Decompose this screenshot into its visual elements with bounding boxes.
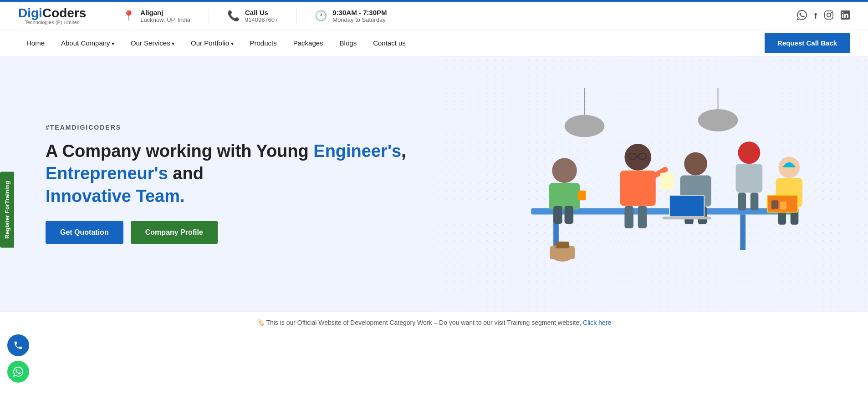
team-illustration (492, 88, 811, 279)
info-bar: 📍 Aliganj Lucknow, UP, India 📞 Call Us 9… (123, 9, 779, 23)
company-profile-button[interactable]: Company Profile (131, 221, 218, 244)
svg-rect-14 (556, 242, 569, 248)
svg-rect-47 (771, 200, 778, 209)
nav-about[interactable]: About Company (53, 30, 123, 56)
hero-hashtag: #TEAMDIGICODERS (46, 124, 407, 131)
sidebar-left: Register ForTraining (0, 172, 14, 247)
clock-icon: 🕐 (315, 10, 327, 22)
nav-portfolio[interactable]: Our Portfolio (183, 30, 242, 56)
logo-text: DigiCoders (18, 7, 86, 20)
hours-info: 🕐 9:30AM - 7:30PM Monday to Saturday (315, 9, 405, 23)
footer-link[interactable]: Click here (583, 319, 611, 326)
hero-title-and: and (168, 164, 204, 183)
nav-services[interactable]: Our Services (123, 30, 183, 56)
hero-highlight1: Engineer's (313, 141, 401, 161)
svg-rect-30 (662, 217, 711, 219)
navbar: Home About Company Our Services Our Port… (0, 30, 868, 56)
whatsapp-icon[interactable] (797, 10, 807, 22)
location-icon: 📍 (123, 10, 135, 22)
nav-home[interactable]: Home (18, 30, 53, 56)
hero-highlight3: Innovative Team. (46, 187, 185, 206)
svg-point-35 (778, 156, 800, 178)
svg-rect-8 (549, 183, 580, 210)
get-quotation-button[interactable]: Get Quotation (46, 221, 123, 244)
phone-info: 📞 Call Us 9140967607 (227, 9, 296, 23)
request-callback-button[interactable]: Request Call Back (765, 33, 850, 53)
svg-rect-32 (735, 164, 762, 192)
svg-rect-6 (740, 214, 745, 250)
svg-point-3 (698, 109, 738, 131)
logo[interactable]: DigiCoders Technologies (P) Limited (18, 7, 86, 25)
hours-days: Monday to Saturday (332, 16, 387, 23)
nav-packages[interactable]: Packages (285, 30, 332, 56)
location-address: Lucknow, UP, India (140, 16, 190, 23)
hero-content: #TEAMDIGICODERS A Company working with Y… (0, 56, 434, 311)
hero-section: #TEAMDIGICODERS A Company working with Y… (0, 56, 868, 311)
linkedin-icon[interactable] (841, 10, 850, 22)
nav-blogs[interactable]: Blogs (332, 30, 365, 56)
social-links: f (797, 10, 850, 22)
footer-bar: 🏷️ This is our Official Website of Devel… (0, 311, 868, 333)
facebook-icon[interactable]: f (814, 11, 817, 21)
register-training-button[interactable]: Register ForTraining (0, 172, 14, 247)
footer-icon: 🏷️ (257, 319, 265, 326)
phone-number: 9140967607 (245, 16, 278, 23)
hero-highlight2: Entrepreneur's (46, 164, 168, 183)
logo-tagline: Technologies (P) Limited (18, 20, 86, 25)
nav-contact[interactable]: Contact us (365, 30, 414, 56)
top-bar: DigiCoders Technologies (P) Limited 📍 Al… (0, 2, 868, 30)
svg-point-24 (684, 152, 707, 176)
svg-point-1 (564, 115, 604, 137)
svg-rect-20 (624, 206, 633, 228)
hero-title: A Company working with Young Engineer's,… (46, 140, 407, 207)
location-info: 📍 Aliganj Lucknow, UP, India (123, 9, 209, 23)
hero-title-comma: , (401, 141, 406, 161)
svg-point-7 (552, 158, 577, 183)
svg-rect-9 (553, 206, 562, 224)
location-city: Aliganj (140, 9, 190, 16)
svg-rect-10 (564, 206, 573, 224)
svg-rect-11 (577, 191, 586, 200)
svg-rect-48 (780, 202, 786, 210)
svg-rect-34 (750, 193, 758, 211)
instagram-icon[interactable] (824, 10, 833, 22)
hero-illustration (434, 56, 868, 311)
svg-rect-21 (638, 206, 647, 228)
hero-buttons: Get Quotation Company Profile (46, 221, 407, 244)
svg-rect-33 (738, 193, 746, 211)
footer-text: This is our Official Website of Developm… (266, 319, 583, 326)
phone-icon: 📞 (227, 10, 240, 22)
hours-time: 9:30AM - 7:30PM (332, 9, 387, 16)
call-label: Call Us (245, 9, 278, 16)
svg-rect-23 (660, 173, 673, 190)
nav-products[interactable]: Products (242, 30, 285, 56)
hero-title-plain: A Company working with Young (46, 141, 313, 161)
svg-rect-29 (670, 196, 704, 216)
